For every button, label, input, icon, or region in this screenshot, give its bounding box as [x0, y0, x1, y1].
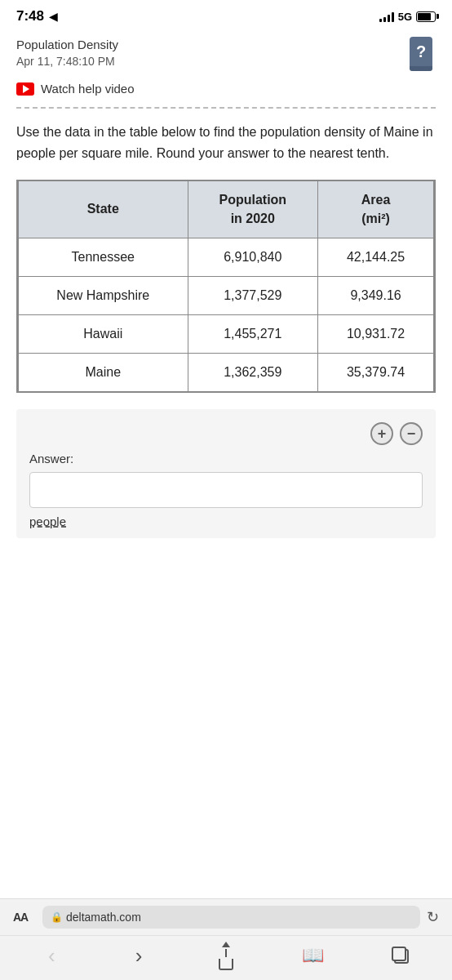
signal-bars-icon: [379, 11, 394, 22]
share-icon: [219, 942, 233, 970]
table-cell-area: 35,379.74: [318, 353, 434, 391]
status-icons: 5G: [379, 11, 436, 23]
answer-input[interactable]: [29, 472, 423, 508]
col-header-state: State: [19, 181, 188, 238]
youtube-icon: [16, 82, 34, 96]
help-icon-tab: [410, 66, 432, 71]
bookmark-button[interactable]: 📖: [295, 941, 331, 970]
table-cell-area: 10,931.72: [318, 314, 434, 353]
header-section: Population Density Apr 11, 7:48:10 PM: [0, 29, 452, 74]
table-cell-area: 9,349.16: [318, 276, 434, 314]
url-bar: AA 🔒 deltamath.com ↻: [0, 899, 452, 935]
table-cell-area: 42,144.25: [318, 238, 434, 276]
table-row: Maine1,362,35935,379.74: [19, 353, 434, 391]
help-icon[interactable]: [406, 34, 436, 74]
watch-help-row[interactable]: Watch help video: [0, 74, 452, 104]
table-cell-population: 1,377,529: [188, 276, 318, 314]
table-cell-state: New Hampshire: [19, 276, 188, 314]
add-row-button[interactable]: +: [370, 422, 393, 445]
battery-icon: [416, 11, 436, 22]
forward-button[interactable]: ›: [121, 941, 157, 970]
table-cell-state: Hawaii: [19, 314, 188, 353]
tabs-button[interactable]: [383, 941, 419, 970]
section-divider: [16, 107, 436, 109]
watch-help-label: Watch help video: [41, 82, 135, 96]
tabs-icon: [392, 947, 410, 964]
browser-bar: AA 🔒 deltamath.com ↻ ‹ › 📖: [0, 898, 452, 980]
help-icon-shape: [410, 37, 432, 66]
nav-bar: ‹ › 📖: [0, 935, 452, 980]
table-cell-state: Maine: [19, 353, 188, 391]
answer-unit: people: [29, 514, 423, 528]
page-subtitle: Apr 11, 7:48:10 PM: [16, 55, 406, 68]
forward-arrow-icon: ›: [135, 943, 143, 969]
nav-arrow-icon: ◀: [49, 10, 58, 23]
remove-row-button[interactable]: −: [400, 422, 423, 445]
youtube-play-icon: [23, 85, 29, 93]
back-button[interactable]: ‹: [33, 941, 69, 970]
answer-label: Answer:: [29, 452, 423, 466]
table-cell-state: Tennessee: [19, 238, 188, 276]
table-row: Hawaii1,455,27110,931.72: [19, 314, 434, 353]
answer-controls: + −: [29, 422, 423, 445]
table-row: Tennessee6,910,84042,144.25: [19, 238, 434, 276]
back-arrow-icon: ‹: [48, 943, 55, 969]
col-header-area: Area(mi²): [318, 181, 434, 238]
table-row: New Hampshire1,377,5299,349.16: [19, 276, 434, 314]
status-bar: 7:48 ◀ 5G: [0, 0, 452, 29]
table-cell-population: 6,910,840: [188, 238, 318, 276]
share-button[interactable]: [208, 941, 244, 970]
answer-section: + − Answer: people: [16, 409, 436, 538]
table-cell-population: 1,362,359: [188, 353, 318, 391]
refresh-button[interactable]: ↻: [427, 908, 439, 926]
col-header-population: Populationin 2020: [188, 181, 318, 238]
lock-icon: 🔒: [51, 911, 63, 923]
share-arrow-icon: [222, 942, 230, 957]
network-type-label: 5G: [398, 11, 412, 23]
book-icon: 📖: [302, 945, 324, 966]
problem-text: Use the data in the table below to find …: [0, 122, 452, 180]
url-field[interactable]: 🔒 deltamath.com: [42, 906, 420, 929]
table-cell-population: 1,455,271: [188, 314, 318, 353]
status-time: 7:48: [16, 8, 44, 24]
font-size-button[interactable]: AA: [13, 911, 36, 924]
page-title: Population Density: [16, 36, 406, 53]
url-text: deltamath.com: [66, 911, 141, 924]
data-table: State Populationin 2020 Area(mi²) Tennes…: [16, 180, 436, 393]
